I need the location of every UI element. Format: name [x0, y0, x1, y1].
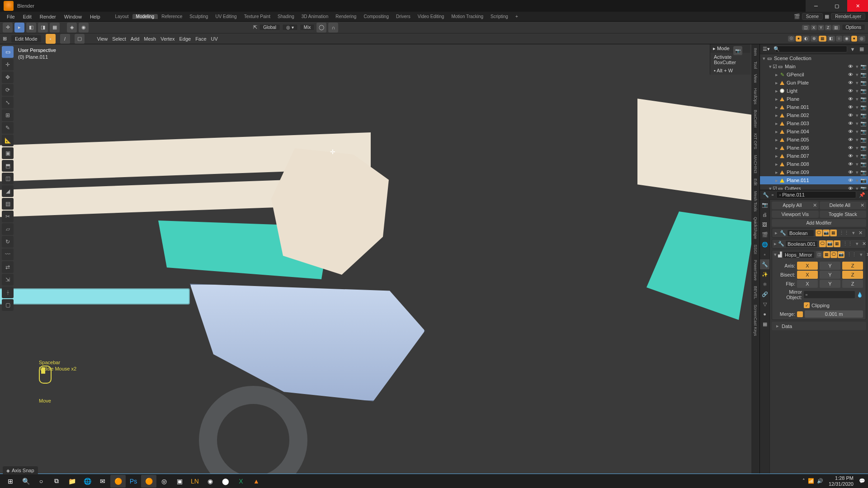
spin-tool[interactable]: ↻: [2, 236, 14, 248]
workspace-drivers[interactable]: Drivers: [392, 14, 414, 19]
mod-edit-icon[interactable]: ▦: [830, 230, 837, 236]
vlc-icon[interactable]: ▲: [249, 475, 264, 488]
axis-x-button[interactable]: X: [797, 262, 818, 270]
outliner-row[interactable]: ▸Plane.004👁▾📷: [760, 127, 868, 136]
workspace-scripting[interactable]: Scripting: [487, 14, 512, 19]
clock[interactable]: 1:28 PM 12/31/2020: [826, 475, 856, 486]
workspace-sculpting[interactable]: Sculpting: [186, 14, 212, 19]
outliner-row[interactable]: ▾▭Scene Collection: [760, 54, 868, 62]
workspace-tracking[interactable]: Motion Tracking: [448, 14, 487, 19]
merge-checkbox[interactable]: [797, 311, 803, 317]
tool-opt-1[interactable]: ◧: [26, 23, 36, 33]
cursor-tool[interactable]: ✛: [2, 59, 14, 70]
viewport-vis-button[interactable]: Viewport Vis: [772, 211, 819, 218]
filter-icon[interactable]: ▼: [849, 46, 856, 53]
excel-icon[interactable]: X: [233, 475, 249, 488]
mod-realtime-icon[interactable]: 🖵: [830, 251, 837, 258]
smooth-tool[interactable]: 〰: [2, 249, 14, 260]
mod-menu-icon[interactable]: ⋮⋮: [838, 230, 850, 236]
mod-oncage-icon[interactable]: ◫: [816, 251, 823, 258]
ptab-world[interactable]: 🌐: [760, 239, 769, 249]
mod-extra-icon[interactable]: ▾: [851, 230, 856, 236]
edgeslide-tool[interactable]: ⇄: [2, 261, 14, 273]
outliner-row[interactable]: ▸Plane.008👁▾📷: [760, 160, 868, 168]
ptab-output[interactable]: 🖨: [760, 210, 769, 220]
tab-boxcutter[interactable]: BoxCutter: [753, 108, 758, 130]
orientation-dropdown[interactable]: Global: [259, 24, 280, 31]
workspace-3danim[interactable]: 3D Animation: [298, 14, 332, 19]
outliner-search-input[interactable]: [775, 46, 847, 52]
renderlayer-dropdown[interactable]: RenderLayer: [831, 13, 865, 20]
loopcut-tool[interactable]: ▤: [2, 198, 14, 210]
tool-opt-5[interactable]: ◉: [79, 23, 89, 33]
bisect-y-button[interactable]: Y: [820, 271, 840, 279]
shading-solid-icon[interactable]: ●: [796, 36, 802, 42]
mod-render-icon[interactable]: 📷: [823, 230, 830, 236]
outliner[interactable]: ▾▭Scene Collection▾☑▭Main👁▾📷▸✎GPencil👁▾📷…: [760, 54, 868, 190]
mod-editmode-icon[interactable]: ▦: [823, 251, 830, 258]
mod-menu-icon[interactable]: ⋮⋮: [846, 252, 858, 258]
task-view-button[interactable]: ⧉: [49, 475, 64, 488]
pureref-icon[interactable]: ◎: [156, 475, 172, 488]
workspace-modeling[interactable]: Modeling: [132, 14, 158, 19]
overlay-pill-4[interactable]: Z: [825, 25, 831, 30]
outliner-row[interactable]: ▾☑▭Main👁▾📷: [760, 62, 868, 70]
add-menu[interactable]: Add: [131, 36, 140, 42]
tab-hardops[interactable]: HardOps: [753, 86, 758, 106]
notifications-icon[interactable]: 💬: [859, 478, 865, 484]
boxcutter-tool[interactable]: ▢: [2, 299, 14, 311]
axis-z-button[interactable]: Z: [842, 262, 863, 270]
overlay-pill-1[interactable]: ◫: [802, 25, 810, 30]
mod-edit-icon[interactable]: ▦: [834, 240, 840, 247]
explorer-icon[interactable]: 📁: [64, 475, 80, 488]
menu-help[interactable]: Help: [86, 14, 104, 19]
apply-all-button[interactable]: Apply All✕: [772, 202, 819, 209]
ptab-material[interactable]: ●: [760, 309, 769, 319]
editor-type-icon[interactable]: ⊞: [3, 36, 7, 42]
knife-tool[interactable]: ✂: [2, 211, 14, 222]
overlay-pill-5[interactable]: ▥: [832, 25, 840, 30]
scene-dropdown[interactable]: Scene: [802, 13, 823, 20]
outliner-row[interactable]: ▸Plane.011👁▾📷: [760, 176, 868, 184]
flip-y-button[interactable]: Y: [820, 280, 840, 288]
mod-realtime-icon[interactable]: 🖵: [816, 230, 822, 236]
gizmo-toggle-icon[interactable]: ⊕: [811, 36, 818, 42]
ptab-constraints[interactable]: 🔗: [760, 289, 769, 299]
rip-tool[interactable]: ⟊: [2, 286, 14, 298]
search-button[interactable]: 🔍: [18, 475, 33, 488]
app-icon-1[interactable]: ▣: [172, 475, 187, 488]
magnet-icon[interactable]: ∩: [328, 23, 338, 33]
face-select-icon[interactable]: ▢: [75, 34, 85, 44]
tab-kitops[interactable]: KIT OPS: [753, 131, 758, 151]
tray-up-icon[interactable]: ˄: [802, 478, 805, 484]
add-modifier-button[interactable]: Add Modifier: [772, 219, 866, 227]
shading-matprev-icon[interactable]: ◐: [802, 36, 810, 42]
mesh-menu[interactable]: Mesh: [144, 36, 156, 42]
ptab-render[interactable]: 📷: [760, 200, 769, 210]
props-type-icon[interactable]: 🔧: [763, 192, 769, 198]
axis-y-button[interactable]: Y: [820, 262, 840, 270]
ptab-object[interactable]: ▫: [760, 249, 769, 259]
select-box-tool[interactable]: ▭: [2, 46, 14, 58]
start-button[interactable]: ⊞: [3, 475, 18, 488]
ptab-texture[interactable]: ▦: [760, 319, 769, 329]
data-section[interactable]: ▸Data: [772, 322, 866, 330]
menu-edit[interactable]: Edit: [19, 14, 36, 19]
shade-4-icon[interactable]: ◎: [858, 36, 865, 42]
ptab-scene[interactable]: 🎬: [760, 230, 769, 239]
outliner-row[interactable]: ▾☑▭Cutters👁▾📷: [760, 184, 868, 190]
flip-x-button[interactable]: X: [797, 280, 818, 288]
add-cube-tool[interactable]: ▣: [2, 147, 14, 159]
cortana-button[interactable]: ○: [33, 475, 49, 488]
overlay-pill-3[interactable]: Y: [818, 25, 824, 30]
edge-select-icon[interactable]: /: [60, 34, 70, 44]
outliner-row[interactable]: ▸Plane.002👁▾📷: [760, 111, 868, 119]
outliner-row[interactable]: ▸Plane.005👁▾📷: [760, 136, 868, 144]
workspace-reference[interactable]: Reference: [158, 14, 186, 19]
menu-file[interactable]: File: [3, 14, 19, 19]
snap-dropdown[interactable]: Mix: [300, 24, 315, 31]
cursor-tool-icon[interactable]: ✛: [3, 23, 13, 33]
scale-tool[interactable]: ⤡: [2, 97, 14, 108]
outliner-row[interactable]: ▸Plane.009👁▾📷: [760, 168, 868, 176]
delete-all-button[interactable]: Delete All✕: [820, 202, 867, 209]
